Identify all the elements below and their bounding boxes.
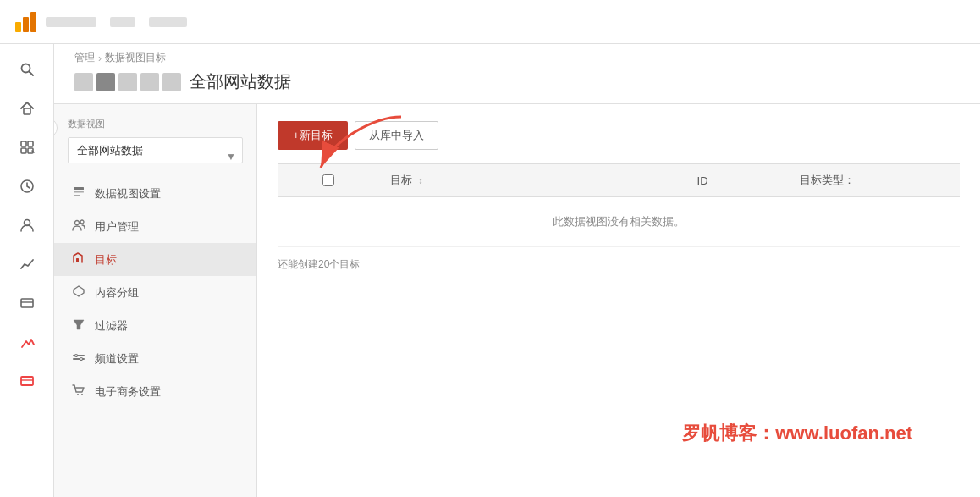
- svg-rect-22: [76, 258, 79, 262]
- svg-rect-19: [74, 195, 80, 196]
- title-icon-3: [118, 73, 137, 91]
- table-body: 此数据视图没有相关数据。: [278, 197, 960, 247]
- svg-point-28: [80, 358, 83, 361]
- account-id-blur: [110, 17, 135, 27]
- svg-rect-6: [21, 141, 26, 146]
- svg-marker-23: [74, 286, 84, 296]
- sidebar-conversions[interactable]: [10, 325, 44, 359]
- empty-state-row: 此数据视图没有相关数据。: [278, 197, 960, 247]
- nav-label-user-management: 用户管理: [95, 219, 139, 235]
- user-management-icon: [71, 218, 86, 235]
- nav-label-view-settings: 数据视图设置: [95, 186, 161, 202]
- new-goal-button[interactable]: +新目标: [278, 121, 348, 150]
- nav-item-channel-settings[interactable]: 频道设置: [54, 342, 256, 375]
- svg-rect-2: [30, 12, 36, 32]
- page-title-row: 全部网站数据: [74, 70, 960, 93]
- table-col-type: 目标类型：: [790, 164, 961, 197]
- sidebar-acquisition[interactable]: [10, 247, 44, 281]
- page-title-icons: [74, 73, 181, 91]
- left-nav-panel: ← 数据视图 全部网站数据 ▼ 数据视图设置: [54, 104, 257, 497]
- nav-item-view-settings[interactable]: 数据视图设置: [54, 177, 256, 210]
- nav-label-filters: 过滤器: [95, 318, 128, 334]
- right-panel: +新目标 从库中导入 目标: [257, 104, 980, 497]
- data-table: 目标 ↕ ID 目标类型： 此: [278, 163, 960, 247]
- svg-line-4: [29, 72, 33, 76]
- ecommerce-icon: [71, 384, 86, 400]
- inner-layout: ← 数据视图 全部网站数据 ▼ 数据视图设置: [54, 104, 980, 497]
- left-nav-header: 数据视图: [54, 118, 256, 137]
- sidebar-admin[interactable]: [10, 364, 44, 398]
- nav-item-filters[interactable]: 过滤器: [54, 309, 256, 342]
- footer-note: 还能创建20个目标: [278, 257, 960, 272]
- nav-item-ecommerce[interactable]: 电子商务设置: [54, 375, 256, 408]
- svg-rect-0: [15, 22, 21, 32]
- nav-label-goals: 目标: [95, 252, 117, 268]
- sidebar-behavior[interactable]: [10, 286, 44, 320]
- breadcrumb-part1: 管理: [74, 51, 95, 65]
- breadcrumb-sep: ›: [98, 52, 102, 64]
- svg-point-29: [77, 394, 79, 395]
- page-header: 管理 › 数据视图目标 全部网站数据: [54, 44, 980, 104]
- svg-point-21: [80, 220, 84, 224]
- nav-item-goals[interactable]: 目标: [54, 243, 256, 276]
- svg-rect-18: [74, 191, 84, 193]
- svg-point-27: [75, 355, 78, 357]
- breadcrumb-part2: 数据视图目标: [105, 51, 166, 65]
- left-nav-select-wrap: 全部网站数据 ▼: [54, 137, 256, 177]
- nav-item-content-grouping[interactable]: 内容分组: [54, 276, 256, 309]
- title-icon-1: [74, 73, 93, 91]
- table-col-checkbox: [278, 164, 380, 197]
- svg-rect-1: [23, 17, 29, 32]
- channel-settings-icon: [71, 351, 86, 367]
- sidebar-search[interactable]: [10, 52, 44, 86]
- svg-marker-24: [74, 320, 84, 329]
- account-name-blur: [46, 17, 96, 27]
- svg-rect-7: [28, 141, 33, 146]
- property-blur: [149, 17, 187, 27]
- select-all-checkbox[interactable]: [322, 174, 334, 186]
- import-from-library-button[interactable]: 从库中导入: [355, 121, 438, 150]
- logo-area: [14, 10, 187, 34]
- table-header: 目标 ↕ ID 目标类型：: [278, 164, 960, 197]
- nav-label-ecommerce: 电子商务设置: [95, 384, 161, 400]
- empty-state-message: 此数据视图没有相关数据。: [278, 197, 960, 247]
- svg-point-30: [81, 394, 83, 395]
- svg-rect-17: [74, 187, 84, 190]
- sidebar-dashboards[interactable]: [10, 130, 44, 164]
- nav-item-user-management[interactable]: 用户管理: [54, 210, 256, 243]
- svg-rect-13: [21, 299, 33, 307]
- goals-icon: [71, 251, 86, 268]
- filters-icon: [71, 318, 86, 334]
- main-layout: 管理 › 数据视图目标 全部网站数据 ← 数据视图: [0, 44, 980, 497]
- content-grouping-icon: [71, 284, 86, 301]
- action-row: +新目标 从库中导入: [278, 121, 960, 150]
- content-area: 管理 › 数据视图目标 全部网站数据 ← 数据视图: [54, 44, 980, 497]
- title-icon-2: [96, 73, 115, 91]
- sidebar-reports[interactable]: [10, 169, 44, 203]
- sidebar: [0, 44, 54, 497]
- view-select[interactable]: 全部网站数据: [68, 137, 243, 163]
- table-col-id: ID: [687, 164, 790, 197]
- ga-logo: [14, 10, 37, 34]
- svg-point-20: [75, 221, 80, 225]
- svg-rect-5: [24, 108, 30, 114]
- top-bar: [0, 0, 980, 44]
- title-icon-5: [162, 73, 181, 91]
- sidebar-audience[interactable]: [10, 208, 44, 242]
- breadcrumb: 管理 › 数据视图目标: [74, 51, 960, 65]
- page-title: 全部网站数据: [190, 70, 291, 93]
- table-col-goal: 目标 ↕: [380, 164, 687, 197]
- watermark: 罗帆博客：www.luofan.net: [682, 421, 912, 446]
- nav-label-channel-settings: 频道设置: [95, 351, 139, 367]
- nav-label-content-grouping: 内容分组: [95, 285, 139, 301]
- title-icon-4: [140, 73, 159, 91]
- sort-icon: ↕: [419, 176, 423, 185]
- svg-rect-15: [21, 377, 33, 385]
- svg-rect-8: [21, 148, 26, 153]
- view-settings-icon: [71, 185, 86, 202]
- sidebar-home[interactable]: [10, 91, 44, 125]
